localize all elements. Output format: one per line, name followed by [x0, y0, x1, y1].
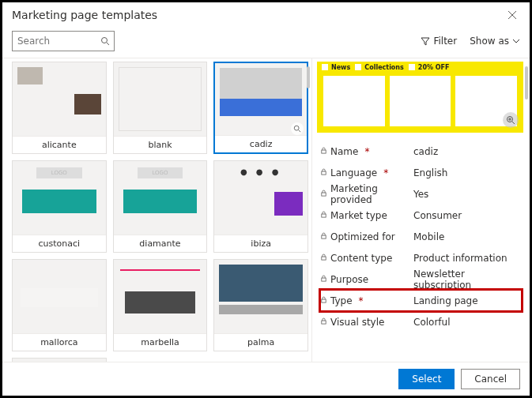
svg-rect-8 — [322, 257, 326, 260]
property-row: Type*Landing page — [320, 290, 522, 311]
preview-tab: Collections — [364, 64, 404, 71]
template-card[interactable]: custonaci — [12, 160, 107, 253]
lock-icon — [320, 147, 327, 156]
lock-icon — [320, 168, 327, 177]
template-card[interactable]: palma — [213, 259, 308, 351]
lock-icon — [320, 275, 327, 283]
template-thumbnail — [214, 260, 308, 333]
dialog-title: Marketing page templates — [12, 9, 157, 21]
property-label: Type* — [320, 295, 413, 306]
template-gallery: alicanteblankcadizcustonacidiamanteibiza… — [2, 58, 311, 362]
property-label: Content type — [320, 253, 413, 264]
property-value: Mobile — [413, 231, 522, 242]
property-row: Optimized forMobile — [320, 226, 522, 247]
template-card[interactable]: marbella — [113, 259, 208, 351]
close-button[interactable] — [504, 7, 520, 23]
template-label: palma — [214, 333, 308, 351]
lock-icon — [320, 211, 327, 220]
template-label: cadiz — [215, 135, 307, 152]
showas-button[interactable]: Show as — [470, 36, 520, 47]
template-thumbnail — [13, 260, 106, 333]
showas-label: Show as — [470, 36, 509, 47]
property-value: Colorful — [413, 317, 522, 328]
template-thumbnail — [13, 161, 106, 235]
lock-icon — [320, 296, 327, 305]
chevron-down-icon — [512, 37, 520, 45]
zoom-icon — [293, 125, 301, 133]
template-thumbnail — [114, 62, 207, 136]
template-label: blank — [114, 136, 207, 153]
details-pane: News Collections 20% OFF Name*cadizLangu… — [311, 58, 530, 362]
template-thumbnail — [114, 260, 207, 333]
property-value: Yes — [413, 189, 522, 200]
template-label: alicante — [13, 136, 106, 153]
template-card[interactable] — [12, 358, 107, 362]
property-row: Marketing providedYes — [320, 183, 522, 205]
filter-icon — [421, 36, 430, 46]
gallery-scrollbar-thumb[interactable] — [307, 66, 310, 88]
svg-point-1 — [294, 126, 299, 130]
gallery-scroll[interactable]: alicanteblankcadizcustonacidiamanteibiza… — [12, 58, 308, 362]
template-card[interactable]: mallorca — [12, 259, 107, 351]
lock-icon — [320, 190, 327, 198]
svg-rect-9 — [322, 278, 326, 281]
property-label: Language* — [320, 167, 413, 178]
preview-tab: 20% OFF — [418, 64, 450, 71]
template-label: ibiza — [214, 235, 308, 252]
zoom-button[interactable] — [291, 122, 304, 135]
template-card[interactable]: blank — [113, 62, 208, 154]
svg-rect-4 — [322, 171, 326, 175]
template-label: marbella — [114, 333, 207, 351]
template-preview: News Collections 20% OFF — [317, 62, 523, 133]
details-scroll[interactable]: News Collections 20% OFF Name*cadizLangu… — [312, 58, 530, 362]
property-label: Marketing provided — [320, 183, 413, 205]
svg-rect-6 — [322, 214, 326, 217]
dialog-footer: Select Cancel — [2, 362, 530, 396]
template-label: mallorca — [13, 333, 106, 351]
template-label: diamante — [114, 235, 207, 252]
template-thumbnail — [13, 62, 106, 136]
dialog-body: alicanteblankcadizcustonacidiamanteibiza… — [2, 58, 530, 362]
template-card[interactable]: ibiza — [213, 160, 308, 253]
lock-icon — [320, 232, 327, 241]
property-value: English — [413, 167, 522, 178]
template-card[interactable]: diamante — [113, 160, 208, 253]
property-label: Visual style — [320, 317, 413, 328]
search-icon — [96, 36, 114, 46]
property-label: Purpose — [320, 274, 413, 285]
search-input[interactable] — [13, 36, 96, 47]
required-indicator: * — [383, 167, 388, 178]
preview-zoom-button[interactable] — [503, 112, 519, 128]
property-row: Market typeConsumer — [320, 205, 522, 226]
dialog-header: Marketing page templates — [2, 2, 530, 28]
cancel-button[interactable]: Cancel — [461, 369, 520, 389]
filter-button[interactable]: Filter — [421, 36, 457, 47]
property-row: Name*cadiz — [320, 141, 522, 162]
toolbar: Filter Show as — [2, 28, 530, 58]
property-row: PurposeNewsletter subscription — [320, 268, 522, 290]
property-label: Name* — [320, 146, 413, 157]
filter-label: Filter — [433, 36, 457, 47]
lock-icon — [320, 317, 327, 326]
gallery-scrollbar[interactable] — [307, 66, 310, 354]
template-card[interactable]: cadiz — [213, 62, 308, 154]
svg-point-0 — [102, 38, 108, 43]
details-scrollbar-thumb[interactable] — [525, 66, 528, 100]
property-value: cadiz — [413, 146, 522, 157]
template-card[interactable]: alicante — [12, 62, 107, 154]
property-row: Visual styleColorful — [320, 311, 522, 332]
property-value: Product information — [413, 253, 522, 264]
property-value: Consumer — [413, 210, 522, 221]
svg-rect-11 — [322, 321, 326, 324]
preview-tab: News — [331, 64, 350, 71]
select-button[interactable]: Select — [398, 369, 455, 389]
svg-rect-3 — [322, 150, 326, 153]
required-indicator: * — [359, 295, 364, 306]
template-thumbnail — [13, 359, 106, 362]
search-box[interactable] — [12, 31, 115, 51]
details-scrollbar[interactable] — [525, 66, 528, 354]
required-indicator: * — [364, 146, 369, 157]
template-picker-dialog: Marketing page templates Filter Show as — [0, 0, 532, 398]
property-label: Optimized for — [320, 231, 413, 242]
svg-rect-7 — [322, 235, 326, 238]
